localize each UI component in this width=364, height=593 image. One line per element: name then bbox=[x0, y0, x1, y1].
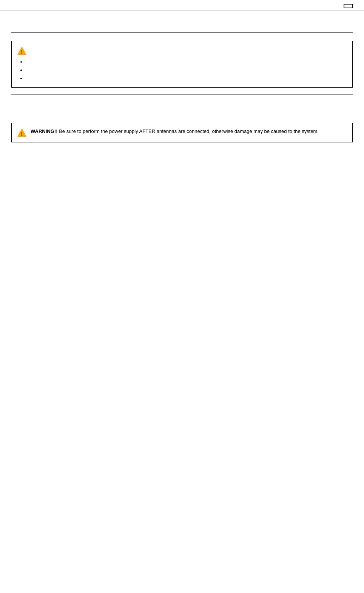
page-header bbox=[0, 0, 364, 11]
note-box bbox=[11, 94, 353, 101]
warning-item bbox=[26, 74, 347, 83]
main-content: ! ! WARNING!! Be sure to perform the pow bbox=[0, 11, 364, 165]
cobham-logo bbox=[344, 4, 353, 8]
section-warning-content: Be sure to perform the power supply AFTE… bbox=[59, 128, 319, 134]
section-warning-icon: ! bbox=[17, 128, 27, 137]
warning-item bbox=[26, 58, 347, 66]
warning-triangle-icon-2: ! bbox=[17, 127, 27, 138]
svg-text:!: ! bbox=[21, 49, 23, 55]
section-warning-label: WARNING!! bbox=[31, 128, 58, 134]
svg-text:!: ! bbox=[21, 131, 23, 137]
chapter-title bbox=[11, 19, 353, 33]
section-warning-text: WARNING!! Be sure to perform the power s… bbox=[31, 128, 347, 136]
section-warning-box: ! WARNING!! Be sure to perform the power… bbox=[11, 123, 353, 142]
warnings-box: ! bbox=[11, 41, 353, 88]
warning-title: ! bbox=[17, 46, 347, 56]
warning-item bbox=[26, 66, 347, 74]
warning-triangle-icon: ! bbox=[17, 46, 27, 56]
section-title bbox=[11, 110, 353, 117]
page-footer bbox=[0, 586, 364, 593]
warning-icon: ! bbox=[17, 46, 27, 56]
warnings-list bbox=[17, 58, 347, 83]
